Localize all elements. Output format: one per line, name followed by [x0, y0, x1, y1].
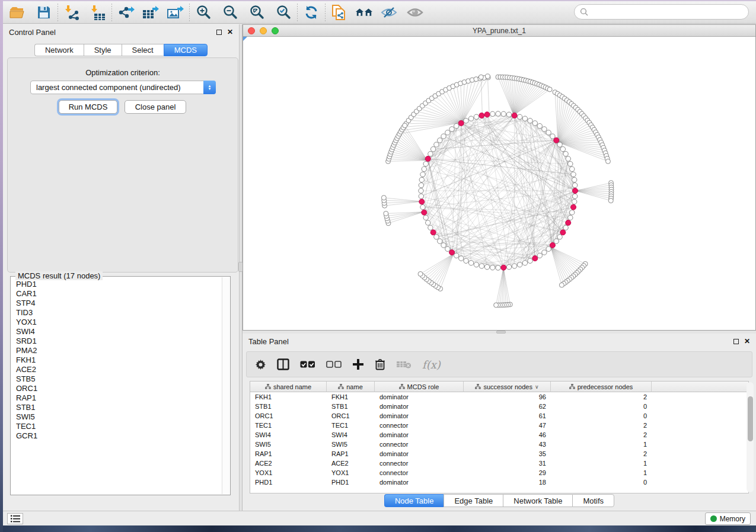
task-history-button[interactable] [7, 513, 23, 524]
table-row[interactable]: TEC1TEC1connector472 [250, 421, 748, 430]
table-cell[interactable]: 31 [464, 459, 551, 468]
table-cell[interactable]: RAP1 [250, 449, 327, 459]
network-node[interactable] [572, 199, 576, 204]
tab-edge-table[interactable]: Edge Table [444, 494, 503, 507]
zoom-in-icon[interactable] [194, 4, 212, 21]
network-node[interactable] [537, 253, 542, 258]
mcds-result-item[interactable]: STP4 [16, 299, 220, 308]
mcds-result-list[interactable]: PHD1CAR1STP4TID3YOX1SWI4SRD1PMA2FKH1ACE2… [11, 280, 220, 494]
table-cell[interactable]: ORC1 [327, 411, 375, 421]
network-node[interactable] [557, 235, 562, 239]
deselect-all-icon[interactable] [326, 361, 342, 368]
network-node[interactable] [426, 220, 430, 225]
add-row-icon[interactable] [352, 358, 364, 370]
export-network-icon[interactable] [117, 4, 135, 21]
table-cell[interactable]: 29 [464, 468, 551, 477]
table-cell[interactable]: 1 [551, 468, 652, 477]
network-node[interactable] [449, 127, 454, 132]
zoom-fit-icon[interactable] [248, 4, 266, 21]
mcds-result-item[interactable]: TEC1 [16, 422, 220, 431]
column-header-successor-nodes[interactable]: successor nodes∨ [464, 382, 551, 392]
mcds-result-item[interactable]: YOX1 [16, 318, 220, 327]
mcds-result-item[interactable]: STB1 [16, 403, 220, 412]
mcds-hub-node[interactable] [550, 242, 555, 248]
copy-style-icon[interactable] [330, 4, 348, 21]
table-cell[interactable]: SWI5 [250, 440, 327, 449]
table-cell[interactable]: dominator [375, 430, 464, 440]
table-cell[interactable]: RAP1 [327, 449, 375, 459]
network-node[interactable] [441, 134, 446, 139]
leaf-node[interactable] [384, 211, 388, 216]
table-cell[interactable]: FKH1 [250, 392, 327, 402]
tab-style[interactable]: Style [84, 44, 122, 56]
search-field[interactable] [588, 8, 736, 17]
leaf-node[interactable] [559, 283, 564, 287]
network-node[interactable] [506, 264, 511, 269]
network-node[interactable] [506, 112, 511, 117]
mcds-hub-node[interactable] [479, 113, 484, 118]
network-node[interactable] [528, 118, 532, 123]
table-row[interactable]: SWI4SWI4dominator462 [250, 430, 748, 440]
table-cell[interactable]: dominator [375, 402, 464, 411]
network-graph[interactable] [243, 37, 755, 330]
network-node[interactable] [572, 183, 577, 188]
table-cell[interactable]: SWI4 [327, 430, 375, 440]
network-node[interactable] [542, 127, 547, 132]
table-header-row[interactable]: shared namenameMCDS rolesuccessor nodes∨… [250, 382, 748, 392]
network-node[interactable] [479, 264, 484, 268]
table-row[interactable]: ACE2ACE2connector311 [250, 459, 748, 468]
network-node[interactable] [454, 253, 459, 258]
export-table-icon[interactable] [142, 4, 160, 21]
table-cell[interactable]: 2 [551, 421, 652, 430]
table-cell[interactable]: 35 [464, 449, 551, 459]
table-cell[interactable]: 1 [551, 440, 652, 449]
leaf-node[interactable] [608, 198, 613, 203]
network-node[interactable] [445, 130, 450, 135]
table-cell[interactable]: 46 [464, 430, 551, 440]
table-cell[interactable]: 0 [551, 477, 652, 487]
mcds-hub-node[interactable] [458, 120, 464, 126]
mcds-hub-node[interactable] [419, 199, 425, 204]
mcds-result-item[interactable]: PHD1 [16, 280, 220, 289]
network-node[interactable] [423, 215, 428, 220]
table-cell[interactable]: dominator [375, 392, 464, 402]
close-panel-icon[interactable]: ✕ [744, 339, 750, 344]
table-cell[interactable]: 47 [464, 421, 551, 430]
table-row[interactable]: STB1STB1dominator620 [250, 402, 748, 411]
table-cell[interactable]: connector [375, 421, 464, 430]
table-cell[interactable]: FKH1 [327, 392, 375, 402]
network-node[interactable] [542, 250, 547, 255]
network-node[interactable] [474, 114, 479, 119]
save-session-icon[interactable] [35, 4, 53, 21]
network-node[interactable] [428, 151, 433, 156]
table-row[interactable]: RAP1RAP1dominator352 [250, 449, 748, 459]
mcds-hub-node[interactable] [425, 156, 430, 161]
table-cell[interactable]: TEC1 [250, 421, 327, 430]
close-panel-button[interactable]: Close panel [125, 100, 186, 114]
leaf-node[interactable] [381, 196, 386, 200]
network-node[interactable] [430, 147, 435, 152]
column-header-MCDS-role[interactable]: MCDS role [375, 382, 464, 392]
search-input[interactable] [574, 4, 749, 20]
network-node[interactable] [464, 118, 468, 123]
network-node[interactable] [484, 264, 489, 269]
table-cell[interactable]: connector [375, 459, 464, 468]
network-node[interactable] [464, 258, 468, 263]
mcds-result-item[interactable]: TID3 [16, 308, 220, 318]
table-cell[interactable]: STB1 [327, 402, 375, 411]
tab-mcds[interactable]: MCDS [164, 44, 208, 56]
network-node[interactable] [423, 161, 428, 166]
network-node[interactable] [572, 177, 576, 182]
table-cell[interactable]: YOX1 [327, 468, 375, 477]
mcds-hub-node[interactable] [573, 188, 578, 194]
table-cell[interactable]: 1 [551, 459, 652, 468]
network-node[interactable] [566, 156, 570, 161]
float-panel-icon[interactable] [216, 30, 222, 35]
table-cell[interactable]: dominator [375, 449, 464, 459]
leaf-node[interactable] [479, 75, 483, 79]
network-node[interactable] [420, 172, 425, 177]
network-node[interactable] [445, 246, 450, 251]
select-all-icon[interactable] [300, 361, 315, 368]
leaf-node[interactable] [547, 87, 552, 92]
network-node[interactable] [474, 262, 479, 267]
